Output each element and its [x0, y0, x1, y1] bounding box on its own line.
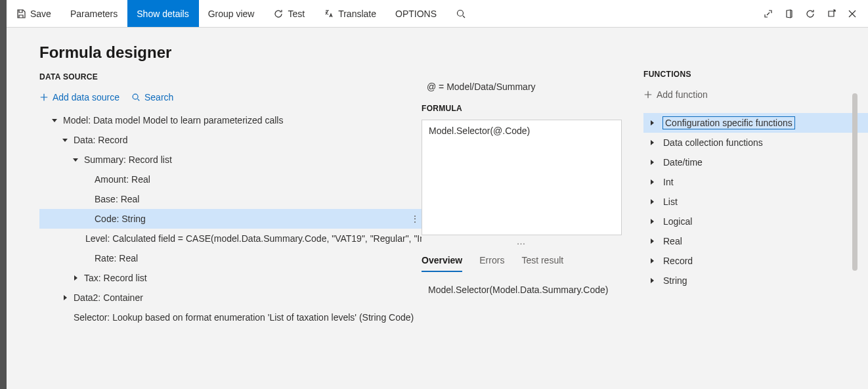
function-category[interactable]: String [643, 271, 868, 290]
window-left-gutter [0, 0, 7, 389]
caret-down-icon [60, 137, 70, 143]
page-title: Formula designer [39, 43, 422, 62]
tree-node-model[interactable]: Model: Data model Model to learn paramet… [39, 110, 422, 130]
function-category[interactable]: Record [643, 251, 868, 271]
function-label: Record [663, 256, 693, 266]
tab-errors[interactable]: Errors [479, 251, 504, 271]
plus-icon [643, 90, 653, 99]
svg-marker-10 [651, 179, 654, 185]
search-icon [456, 9, 466, 19]
svg-marker-11 [651, 199, 654, 204]
svg-point-0 [458, 10, 464, 16]
functions-list: Configuration specific functions Data co… [643, 113, 868, 290]
scrollbar[interactable] [852, 93, 857, 271]
datasource-search-link[interactable]: Search [131, 92, 173, 103]
group-view-button[interactable]: Group view [199, 0, 265, 27]
alias-path: @ = Model/Data/Summary [422, 81, 632, 92]
add-function-link[interactable]: Add function [643, 89, 708, 100]
formula-text: Model.Selector(@.Code) [429, 126, 530, 136]
tree-node-data2[interactable]: Data2: Container [39, 288, 422, 308]
tree-node-amount[interactable]: Amount: Real [39, 170, 422, 189]
svg-marker-3 [62, 139, 68, 142]
formula-expanded-text: Model.Selector(Model.Data.Summary.Code) [422, 285, 632, 295]
caret-right-icon [647, 219, 657, 224]
parameters-button[interactable]: Parameters [61, 0, 127, 27]
tree-node-rate[interactable]: Rate: Real [39, 248, 422, 268]
caret-right-icon [647, 179, 657, 185]
tree-node-selector[interactable]: Selector: Lookup based on format enumera… [39, 308, 422, 327]
tab-test-result[interactable]: Test result [521, 251, 563, 271]
caret-right-icon [647, 278, 657, 283]
test-button[interactable]: Test [264, 0, 315, 27]
function-category[interactable]: Int [643, 172, 868, 192]
options-button[interactable]: OPTIONS [386, 0, 446, 27]
show-details-label: Show details [137, 9, 188, 19]
function-label: Configuration specific functions [663, 117, 794, 129]
datasource-header: DATA SOURCE [39, 72, 422, 81]
tree-label: Summary: Record list [84, 154, 172, 165]
parameters-label: Parameters [70, 9, 118, 19]
svg-marker-6 [64, 295, 67, 300]
translate-button[interactable]: Translate [315, 0, 386, 27]
save-button[interactable]: Save [7, 0, 61, 27]
options-label: OPTIONS [395, 9, 437, 19]
function-category[interactable]: List [643, 192, 868, 212]
caret-right-icon [647, 258, 657, 263]
caret-right-icon [60, 295, 70, 300]
tree-node-level[interactable]: Level: Calculated field = CASE(model.Dat… [39, 229, 422, 248]
plus-icon [39, 93, 49, 102]
tree-label: Tax: Record list [84, 273, 147, 283]
function-label: Int [663, 177, 674, 187]
more-icon[interactable]: ⋮ [410, 209, 420, 229]
show-details-button[interactable]: Show details [127, 0, 198, 27]
function-category[interactable]: Configuration specific functions [643, 113, 868, 133]
tree-label: Selector: Lookup based on format enumera… [74, 312, 414, 323]
tree-label: Data2: Container [74, 292, 143, 303]
tree-node-tax[interactable]: Tax: Record list [39, 268, 422, 288]
add-data-source-link[interactable]: Add data source [39, 92, 119, 103]
test-label: Test [288, 9, 305, 19]
add-function-label: Add function [657, 89, 708, 100]
caret-right-icon [647, 239, 657, 244]
tab-overview[interactable]: Overview [422, 251, 462, 272]
popout-icon[interactable] [826, 9, 836, 19]
function-label: Data collection functions [663, 137, 763, 148]
link-icon[interactable] [763, 9, 773, 19]
svg-marker-12 [651, 219, 654, 224]
function-category[interactable]: Date/time [643, 152, 868, 172]
search-icon [131, 93, 141, 102]
svg-marker-4 [73, 158, 78, 162]
function-category[interactable]: Real [643, 231, 868, 251]
tree-node-data[interactable]: Data: Record [39, 130, 422, 150]
tree-label: Model: Data model Model to learn paramet… [63, 115, 283, 126]
svg-point-1 [133, 94, 138, 99]
svg-marker-14 [651, 258, 654, 263]
function-category[interactable]: Logical [643, 212, 868, 231]
caret-right-icon [647, 199, 657, 204]
caret-right-icon [647, 140, 657, 145]
reload-icon[interactable] [805, 9, 815, 19]
function-category[interactable]: Data collection functions [643, 133, 868, 152]
tree-node-base[interactable]: Base: Real [39, 189, 422, 209]
tree-label: Level: Calculated field = CASE(model.Dat… [85, 233, 422, 244]
function-label: Real [663, 236, 682, 246]
formula-tabs: Overview Errors Test result [422, 251, 622, 271]
tree-node-code[interactable]: Code: String ⋮ [39, 209, 422, 229]
tree-node-summary[interactable]: Summary: Record list [39, 150, 422, 170]
svg-marker-7 [651, 120, 654, 126]
close-icon[interactable] [847, 9, 857, 19]
svg-marker-5 [74, 275, 77, 281]
svg-marker-15 [651, 278, 654, 283]
toolbar-search-button[interactable] [446, 0, 476, 27]
svg-marker-8 [651, 140, 654, 145]
datasource-search-label: Search [144, 92, 173, 103]
function-label: Date/time [663, 157, 703, 168]
svg-marker-9 [651, 160, 654, 165]
formula-editor[interactable]: Model.Selector(@.Code) [422, 120, 622, 235]
functions-header: FUNCTIONS [643, 70, 868, 79]
resize-handle-icon[interactable]: … [422, 235, 622, 247]
save-icon [16, 9, 26, 19]
office-icon[interactable] [784, 9, 794, 19]
group-view-label: Group view [208, 9, 255, 19]
add-data-source-label: Add data source [53, 92, 119, 103]
